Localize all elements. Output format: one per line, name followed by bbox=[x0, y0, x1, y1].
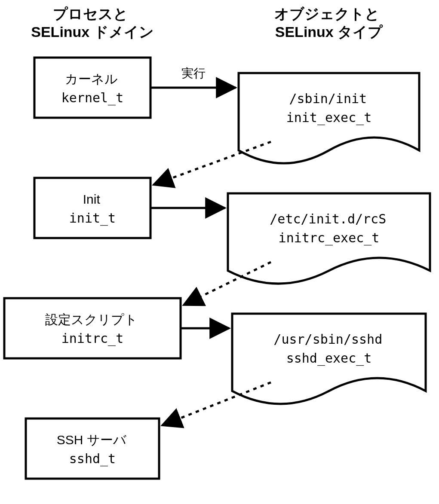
svg-rect-6 bbox=[26, 418, 159, 479]
left-column-title: プロセスと SELinux ドメイン bbox=[31, 6, 153, 40]
object-node-sbin-init: /sbin/init init_exec_t bbox=[239, 73, 419, 163]
svg-rect-4 bbox=[4, 298, 181, 358]
process-node-initrc: 設定スクリプト initrc_t bbox=[4, 298, 181, 358]
transition-arrow-sshd-to-sshd_t bbox=[162, 382, 271, 425]
process-node-kernel: カーネル kernel_t bbox=[34, 58, 150, 118]
svg-rect-0 bbox=[34, 58, 150, 118]
process-node-sshd: SSH サーバ sshd_t bbox=[26, 418, 159, 479]
object-node-etc-initd-rcs: /etc/init.d/rcS initrc_exec_t bbox=[228, 193, 430, 284]
transition-arrow-init-to-init_t bbox=[153, 142, 271, 185]
process-node-init: Init init_t bbox=[34, 178, 150, 238]
object-node-usr-sbin-sshd: /usr/sbin/sshd sshd_exec_t bbox=[232, 314, 426, 404]
svg-rect-2 bbox=[34, 178, 150, 238]
right-column-title: オブジェクトと SELinux タイプ bbox=[274, 6, 384, 40]
exec-label: 実行 bbox=[181, 67, 206, 80]
selinux-transition-diagram: プロセスと SELinux ドメイン オブジェクトと SELinux タイプ カ… bbox=[0, 0, 439, 504]
